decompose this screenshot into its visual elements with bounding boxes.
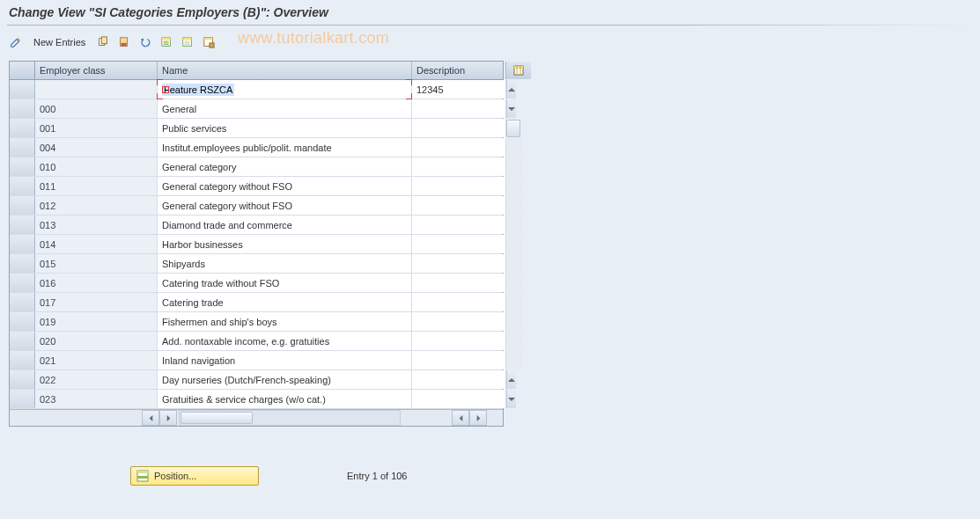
select-all-icon[interactable] [158,33,175,51]
cell-name[interactable]: Catering trade without FSO [158,274,412,292]
row-selector[interactable] [10,235,35,253]
cell-name[interactable]: Gratuities & service charges (w/o cat.) [158,390,412,408]
cell-name[interactable]: Institut.employees public/polit. mandate [158,138,412,157]
cell-description[interactable] [412,370,506,389]
scrollbar-track[interactable] [506,293,522,311]
configure-columns-icon[interactable] [506,62,531,79]
cell-employer-class[interactable]: 020 [35,332,158,350]
cell-name[interactable]: Feature RSZCA [158,80,412,99]
cell-description[interactable] [412,351,506,369]
row-selector[interactable] [10,80,35,99]
scroll-down-step-icon[interactable] [506,99,516,118]
row-selector[interactable] [10,196,35,215]
cell-employer-class[interactable]: 004 [35,138,158,157]
cell-employer-class[interactable]: 019 [35,312,158,331]
scrollbar-track[interactable] [506,177,522,195]
cell-description[interactable] [412,138,506,157]
cell-name[interactable]: General [158,99,412,118]
scrollbar-track[interactable] [506,254,522,273]
row-selector[interactable] [10,332,35,350]
row-selector[interactable] [10,157,35,176]
column-description[interactable]: Description [412,62,506,79]
position-button[interactable]: Position... [130,466,259,486]
scrollbar-track[interactable] [506,157,522,176]
cell-name[interactable]: Harbor businesses [158,235,412,253]
column-employer-class[interactable]: Employer class [35,62,158,79]
cell-description[interactable] [412,274,506,292]
cell-employer-class[interactable]: 001 [35,119,158,137]
scrollbar-track[interactable] [506,351,522,369]
scroll-left-icon[interactable] [142,410,159,426]
deselect-all-icon[interactable] [179,33,196,51]
cell-employer-class[interactable]: 010 [35,157,158,176]
cell-description[interactable] [412,99,506,118]
row-selector[interactable] [10,99,35,118]
copy-icon[interactable] [94,33,112,51]
scrollbar-track[interactable] [506,312,522,331]
new-entries-button[interactable]: New Entries [28,34,91,50]
cell-name[interactable]: General category without FSO [158,196,412,215]
hscroll-thumb[interactable] [181,412,253,424]
cell-name[interactable]: Add. nontaxable income, e.g. gratuities [158,332,412,350]
row-selector[interactable] [10,370,35,389]
column-row-selector[interactable] [10,62,35,79]
cell-employer-class[interactable]: 000 [35,99,158,118]
cell-name[interactable]: Catering trade [158,293,412,311]
scroll-up-icon[interactable] [506,80,516,99]
cell-name[interactable]: Diamond trade and commerce [158,216,412,234]
row-selector[interactable] [10,351,35,369]
scrollbar-thumb[interactable] [506,120,520,137]
cell-name[interactable]: Day nurseries (Dutch/French-speaking) [158,370,412,389]
row-selector[interactable] [10,177,35,195]
row-selector[interactable] [10,390,35,408]
cell-description[interactable] [412,235,506,253]
cell-name[interactable]: Public services [158,119,412,137]
hscroll-track[interactable] [179,410,401,426]
cell-employer-class[interactable]: 017 [35,293,158,311]
table-settings-icon[interactable] [200,33,217,51]
scrollbar-track[interactable] [506,216,522,234]
scroll-right-step-icon[interactable] [159,410,177,426]
delete-icon[interactable] [115,33,133,51]
cell-description[interactable] [412,157,506,176]
scrollbar-track[interactable] [506,196,522,215]
cell-name[interactable]: Inland navigation [158,351,412,369]
cell-description[interactable] [412,332,506,350]
cell-description[interactable] [412,119,506,137]
row-selector[interactable] [10,293,35,311]
cell-description[interactable] [412,216,506,234]
cell-description[interactable] [412,177,506,195]
change-icon[interactable] [7,33,25,51]
row-selector[interactable] [10,312,35,331]
scroll-left-step-icon[interactable] [452,410,469,426]
cell-name[interactable]: General category without FSO [158,177,412,195]
cell-employer-class[interactable]: 014 [35,235,158,253]
scroll-right-icon[interactable] [469,410,487,426]
cell-employer-class[interactable] [35,80,158,99]
cell-description[interactable]: 12345 [412,80,506,99]
scrollbar-track[interactable] [506,138,522,157]
scroll-up-step-icon[interactable] [506,370,516,389]
undo-icon[interactable] [136,33,154,51]
row-selector[interactable] [10,254,35,273]
row-selector[interactable] [10,216,35,234]
cell-employer-class[interactable]: 016 [35,274,158,292]
cell-employer-class[interactable]: 013 [35,216,158,234]
cell-employer-class[interactable]: 015 [35,254,158,273]
scrollbar-track[interactable] [506,119,520,137]
scroll-down-icon[interactable] [506,390,516,408]
scrollbar-track[interactable] [506,332,522,350]
cell-description[interactable] [412,312,506,331]
scrollbar-track[interactable] [506,274,522,292]
column-name[interactable]: Name [158,62,412,79]
cell-description[interactable] [412,293,506,311]
cell-name[interactable]: Shipyards [158,254,412,273]
cell-name[interactable]: General category [158,157,412,176]
cell-name[interactable]: Fishermen and ship's boys [158,312,412,331]
cell-employer-class[interactable]: 012 [35,196,158,215]
scrollbar-track[interactable] [506,235,522,253]
cell-description[interactable] [412,196,506,215]
cell-employer-class[interactable]: 011 [35,177,158,195]
cell-description[interactable] [412,390,506,408]
cell-employer-class[interactable]: 023 [35,390,158,408]
